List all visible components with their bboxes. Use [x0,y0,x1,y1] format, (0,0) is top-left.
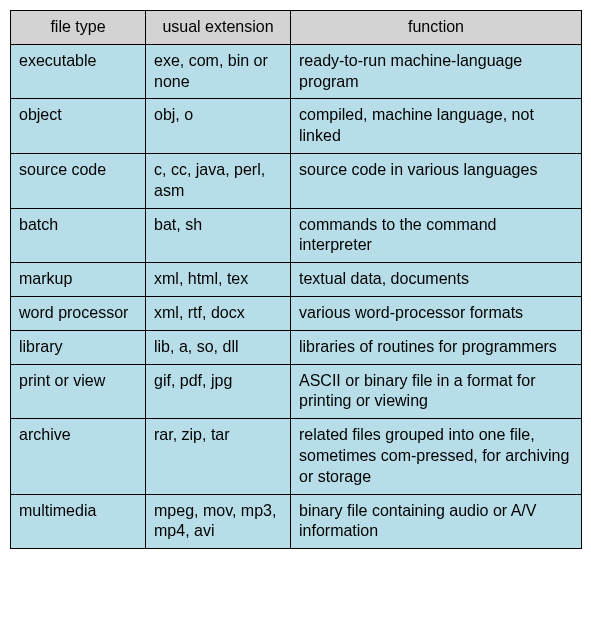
cell-function: ASCII or binary file in a format for pri… [291,364,582,419]
cell-extension: c, cc, java, perl, asm [146,153,291,208]
cell-extension: xml, html, tex [146,263,291,297]
table-header-row: file type usual extension function [11,11,582,45]
table-row: source code c, cc, java, perl, asm sourc… [11,153,582,208]
cell-extension: bat, sh [146,208,291,263]
cell-file-type: executable [11,44,146,99]
cell-extension: rar, zip, tar [146,419,291,494]
cell-extension: exe, com, bin or none [146,44,291,99]
table-row: archive rar, zip, tar related files grou… [11,419,582,494]
cell-file-type: batch [11,208,146,263]
cell-file-type: object [11,99,146,154]
cell-function: compiled, machine language, not linked [291,99,582,154]
cell-extension: obj, o [146,99,291,154]
header-usual-extension: usual extension [146,11,291,45]
table-row: library lib, a, so, dll libraries of rou… [11,330,582,364]
file-types-table: file type usual extension function execu… [10,10,582,549]
cell-extension: mpeg, mov, mp3, mp4, avi [146,494,291,549]
table-row: word processor xml, rtf, docx various wo… [11,296,582,330]
header-file-type: file type [11,11,146,45]
table-row: batch bat, sh commands to the command in… [11,208,582,263]
header-function: function [291,11,582,45]
cell-file-type: multimedia [11,494,146,549]
table-row: executable exe, com, bin or none ready-t… [11,44,582,99]
table-row: markup xml, html, tex textual data, docu… [11,263,582,297]
cell-function: libraries of routines for programmers [291,330,582,364]
cell-function: binary file containing audio or A/V info… [291,494,582,549]
cell-file-type: source code [11,153,146,208]
cell-file-type: print or view [11,364,146,419]
table-row: multimedia mpeg, mov, mp3, mp4, avi bina… [11,494,582,549]
cell-function: commands to the command interpreter [291,208,582,263]
cell-extension: gif, pdf, jpg [146,364,291,419]
cell-function: textual data, documents [291,263,582,297]
cell-function: various word-processor formats [291,296,582,330]
cell-function: source code in various languages [291,153,582,208]
cell-file-type: word processor [11,296,146,330]
cell-file-type: archive [11,419,146,494]
cell-function: related files grouped into one file, som… [291,419,582,494]
table-row: print or view gif, pdf, jpg ASCII or bin… [11,364,582,419]
cell-extension: xml, rtf, docx [146,296,291,330]
cell-function: ready-to-run machine-language program [291,44,582,99]
cell-extension: lib, a, so, dll [146,330,291,364]
cell-file-type: markup [11,263,146,297]
table-row: object obj, o compiled, machine language… [11,99,582,154]
cell-file-type: library [11,330,146,364]
